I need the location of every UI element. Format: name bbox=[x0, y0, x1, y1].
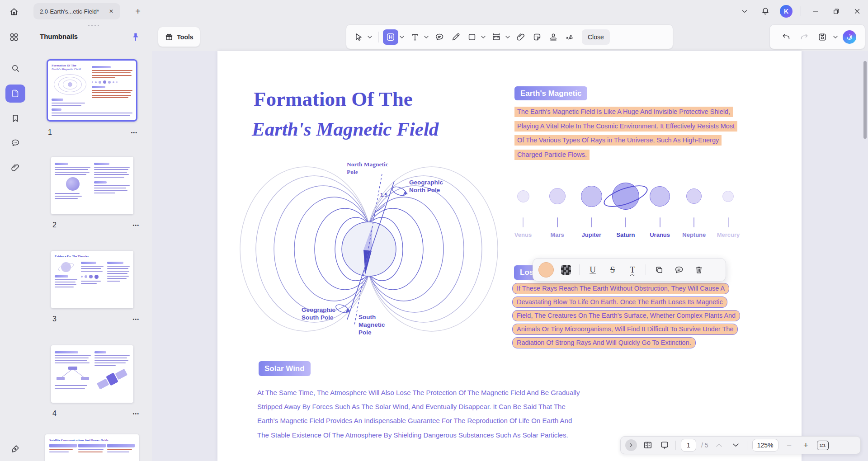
thumbnail-menu-button[interactable]: ••• bbox=[131, 130, 137, 135]
attachment-tool-button[interactable] bbox=[513, 29, 528, 45]
highlight-color-swatch[interactable] bbox=[538, 261, 555, 278]
highlighted-line[interactable]: Playing A Vital Role In The Cosmic Envir… bbox=[514, 121, 737, 132]
add-comment-button[interactable] bbox=[670, 261, 688, 278]
collapse-titlebar-button[interactable] bbox=[738, 5, 751, 18]
planet-mars: Mars bbox=[542, 181, 572, 238]
scrollbar-thumb[interactable] bbox=[863, 61, 867, 139]
panel-drag-handle[interactable] bbox=[87, 25, 100, 27]
zoom-out-button[interactable]: − bbox=[783, 439, 795, 451]
planet-jupiter: Jupiter bbox=[576, 181, 606, 238]
minimize-button[interactable] bbox=[809, 5, 822, 18]
badge-earths-magnetic[interactable]: Earth's Magnetic bbox=[514, 86, 587, 100]
document-area: Formation Of The Earth's Magnetic Field bbox=[152, 51, 868, 461]
badge-solar-wind[interactable]: Solar Wind bbox=[259, 361, 311, 376]
document-tab[interactable]: 2.0-Earth's...etic-Field* ✕ bbox=[33, 3, 120, 19]
highlighted-line[interactable]: The Earth's Magnetic Field Is Like A Hug… bbox=[514, 107, 733, 117]
page-view-button[interactable] bbox=[642, 439, 654, 451]
pencil-tool-button[interactable] bbox=[448, 29, 463, 45]
zoom-in-button[interactable]: + bbox=[800, 439, 812, 451]
apps-grid-button[interactable] bbox=[9, 30, 23, 44]
select-tool-chevron[interactable] bbox=[367, 32, 373, 42]
text-tool-button[interactable] bbox=[407, 29, 423, 45]
text-tool-chevron[interactable] bbox=[424, 32, 429, 42]
text-icon bbox=[410, 32, 420, 42]
shape-tool-chevron[interactable] bbox=[481, 32, 486, 42]
history-save-toolbar bbox=[769, 24, 865, 49]
thumbnail-menu-button[interactable]: ••• bbox=[132, 222, 139, 228]
selected-highlight-line[interactable]: Radiation Of Strong Rays And Will Quickl… bbox=[512, 337, 696, 348]
left-rail bbox=[0, 51, 31, 461]
selected-highlight-line[interactable]: Field, The Creatures On The Earth's Surf… bbox=[512, 310, 740, 321]
tools-button[interactable]: Tools bbox=[158, 27, 200, 47]
tab-close-icon[interactable]: ✕ bbox=[107, 7, 116, 15]
paperclip-icon bbox=[10, 163, 20, 173]
planet-tick bbox=[591, 217, 592, 227]
thumbnail-page-3[interactable]: Evidence For The Theories bbox=[51, 251, 133, 308]
comments-panel-button[interactable] bbox=[5, 134, 25, 152]
redo-button[interactable] bbox=[797, 29, 812, 45]
undo-icon bbox=[781, 32, 791, 42]
next-page-button[interactable] bbox=[730, 439, 742, 451]
annotation-toolbar: Close bbox=[346, 24, 673, 49]
previous-page-button[interactable] bbox=[713, 439, 725, 451]
body-line: At The Same Time, The Atmosphere Will Al… bbox=[257, 386, 580, 400]
save-button[interactable] bbox=[815, 29, 830, 45]
bookmarks-panel-button[interactable] bbox=[5, 109, 25, 127]
page-number-input[interactable]: 1 bbox=[681, 439, 696, 452]
highlight-tool-button[interactable] bbox=[383, 29, 398, 45]
stamp-tool-button[interactable] bbox=[546, 29, 561, 45]
maximize-button[interactable] bbox=[830, 5, 843, 18]
thumbnail-menu-button[interactable]: ••• bbox=[132, 411, 139, 416]
signature-tool-button[interactable] bbox=[562, 29, 577, 45]
notifications-button[interactable] bbox=[759, 5, 772, 18]
highlighted-line[interactable]: Charged Particle Flows. bbox=[514, 150, 590, 160]
home-button[interactable] bbox=[9, 5, 23, 19]
measure-tool-chevron[interactable] bbox=[505, 32, 510, 42]
selected-highlight-line[interactable]: Devastating Blow To Life On Earth. Once … bbox=[512, 296, 727, 308]
shape-tool-button[interactable] bbox=[464, 29, 480, 45]
squiggly-underline-button[interactable]: T bbox=[624, 261, 641, 278]
select-tool-button[interactable] bbox=[351, 29, 366, 45]
new-tab-button[interactable]: + bbox=[132, 5, 144, 17]
selected-highlight-line[interactable]: Animals Or Tiny Microorganisms, Will Fin… bbox=[512, 324, 738, 335]
close-window-button[interactable] bbox=[851, 5, 863, 18]
pin-button[interactable] bbox=[130, 31, 143, 43]
signature-pen-button[interactable] bbox=[5, 440, 25, 458]
save-chevron[interactable] bbox=[833, 32, 838, 42]
presentation-button[interactable] bbox=[659, 439, 670, 451]
delete-button[interactable] bbox=[690, 261, 708, 278]
thumbnail-menu-button[interactable]: ••• bbox=[132, 316, 139, 322]
underline-button[interactable]: U bbox=[584, 261, 601, 278]
thumbnail-page-4[interactable] bbox=[51, 345, 133, 403]
thumbnail-page-2[interactable] bbox=[51, 157, 133, 214]
highlighted-line[interactable]: Of The Various Types Of Rays in The Univ… bbox=[514, 135, 722, 146]
ai-assistant-button[interactable] bbox=[843, 30, 856, 44]
sticker-tool-button[interactable] bbox=[529, 29, 545, 45]
body-line: The Stable Existence Of The Atmosphere B… bbox=[257, 428, 580, 442]
actual-size-button[interactable]: 1:1 bbox=[817, 441, 829, 450]
thumbnail-page-5[interactable]: Satellite Communications And Power Grids bbox=[45, 434, 139, 461]
measure-tool-button[interactable] bbox=[489, 29, 504, 45]
planet-tick bbox=[693, 217, 694, 227]
zoom-level-input[interactable]: 125% bbox=[752, 439, 778, 452]
thumbnail-page-1[interactable]: Formation Of The Earth's Magnetic Field bbox=[47, 59, 137, 122]
strikethrough-button[interactable]: S bbox=[604, 261, 621, 278]
pdf-page[interactable]: Formation Of The Earth's Magnetic Field bbox=[217, 51, 802, 461]
bell-icon bbox=[760, 6, 770, 16]
thumbnails-panel-button[interactable] bbox=[5, 85, 25, 103]
planet-circle bbox=[517, 190, 529, 202]
paperclip-icon bbox=[516, 32, 526, 42]
search-button[interactable] bbox=[5, 59, 25, 77]
attachments-panel-button[interactable] bbox=[5, 159, 25, 177]
avatar[interactable]: K bbox=[780, 5, 793, 18]
opacity-button[interactable] bbox=[557, 261, 575, 278]
undo-button[interactable] bbox=[778, 29, 794, 45]
comment-tool-button[interactable] bbox=[432, 29, 447, 45]
duplicate-button[interactable] bbox=[651, 261, 668, 278]
pdf-editor-app: 2.0-Earth's...etic-Field* ✕ + K bbox=[0, 0, 868, 461]
label-axis-angle: 1.5 bbox=[380, 191, 387, 199]
close-toolbar-button[interactable]: Close bbox=[582, 29, 610, 45]
selected-highlight-line[interactable]: If These Rays Reach The Earth Without Ob… bbox=[512, 283, 729, 294]
collapse-statusbar-button[interactable] bbox=[625, 439, 637, 451]
highlight-tool-chevron[interactable] bbox=[399, 32, 405, 42]
